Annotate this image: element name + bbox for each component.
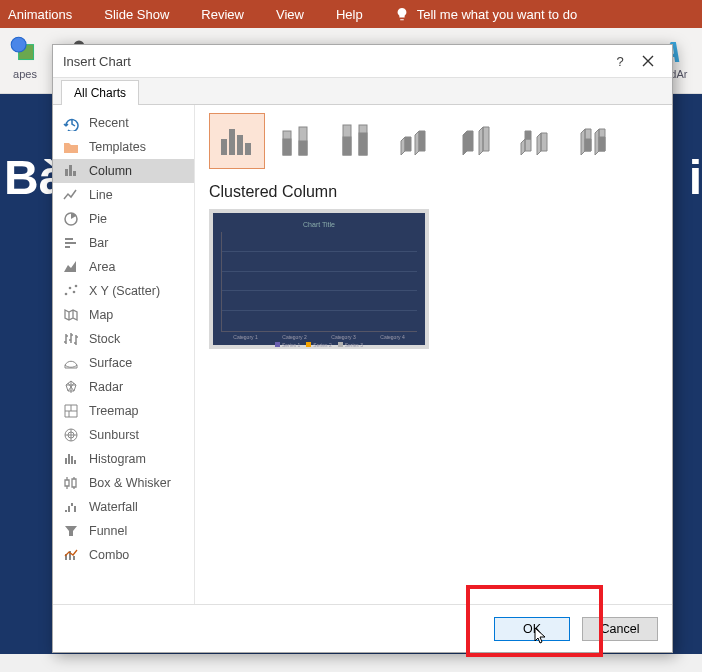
category-label: Surface	[89, 356, 132, 370]
column-subtype-6[interactable]	[569, 113, 625, 169]
svg-rect-14	[245, 143, 251, 155]
category-map[interactable]: Map	[53, 303, 194, 327]
category-recent[interactable]: Recent	[53, 111, 194, 135]
ok-button[interactable]: OK	[494, 617, 570, 641]
svg-rect-18	[299, 141, 307, 155]
svg-rect-20	[343, 137, 351, 155]
tell-me[interactable]: Tell me what you want to do	[395, 7, 577, 22]
category-column[interactable]: Column	[53, 159, 194, 183]
svg-rect-13	[237, 135, 243, 155]
category-combo[interactable]: Combo	[53, 543, 194, 567]
ribbon-tab-help[interactable]: Help	[336, 7, 363, 22]
slide-title-right: i	[689, 150, 702, 205]
category-radar[interactable]: Radar	[53, 375, 194, 399]
surface-icon	[63, 355, 79, 371]
column-subtype-icon	[575, 119, 619, 163]
category-bar[interactable]: Bar	[53, 231, 194, 255]
category-stock[interactable]: Stock	[53, 327, 194, 351]
category-sunburst[interactable]: Sunburst	[53, 423, 194, 447]
category-label: X Y (Scatter)	[89, 284, 160, 298]
category-label: Sunburst	[89, 428, 139, 442]
column-subtype-icon	[455, 119, 499, 163]
column-subtype-icon	[335, 119, 379, 163]
category-line[interactable]: Line	[53, 183, 194, 207]
funnel-icon	[63, 523, 79, 539]
ribbon-tab-slideshow[interactable]: Slide Show	[104, 7, 169, 22]
shapes-icon[interactable]	[8, 34, 42, 68]
chart-preview-categories: Category 1Category 2Category 3Category 4	[221, 334, 417, 340]
ribbon-tabs: Animations Slide Show Review View Help T…	[0, 0, 702, 28]
chart-preview[interactable]: Chart Title Category 1Category 2Category…	[209, 209, 429, 349]
map-icon	[63, 307, 79, 323]
chart-preview-legend: Series 1Series 2Series 3	[221, 342, 417, 348]
chart-content: Clustered Column Chart Title Category 1C…	[195, 105, 672, 604]
svg-rect-16	[283, 139, 291, 155]
treemap-icon	[63, 403, 79, 419]
category-label: Funnel	[89, 524, 127, 538]
category-label: Waterfall	[89, 500, 138, 514]
svg-point-1	[11, 37, 26, 52]
category-boxwhisker[interactable]: Box & Whisker	[53, 471, 194, 495]
column-subtype-1[interactable]	[269, 113, 325, 169]
category-label: Map	[89, 308, 113, 322]
column-subtype-icon	[395, 119, 439, 163]
boxwhisker-icon	[63, 475, 79, 491]
column-icon	[63, 163, 79, 179]
column-subtype-0[interactable]	[209, 113, 265, 169]
ribbon-tab-animations[interactable]: Animations	[8, 7, 72, 22]
category-label: Box & Whisker	[89, 476, 171, 490]
recent-icon	[63, 115, 79, 131]
category-label: Pie	[89, 212, 107, 226]
shapes-label: apes	[13, 68, 37, 80]
lightbulb-icon	[395, 7, 409, 21]
category-scatter[interactable]: X Y (Scatter)	[53, 279, 194, 303]
category-label: Stock	[89, 332, 120, 346]
category-templates[interactable]: Templates	[53, 135, 194, 159]
svg-point-6	[69, 287, 72, 290]
column-subtype-icon	[275, 119, 319, 163]
category-label: Column	[89, 164, 132, 178]
help-button[interactable]: ?	[606, 47, 634, 75]
templates-icon	[63, 139, 79, 155]
column-subtype-4[interactable]	[449, 113, 505, 169]
pie-icon	[63, 211, 79, 227]
scatter-icon	[63, 283, 79, 299]
column-subtype-2[interactable]	[329, 113, 385, 169]
cursor-icon	[534, 627, 548, 645]
chart-preview-title: Chart Title	[221, 221, 417, 228]
category-area[interactable]: Area	[53, 255, 194, 279]
category-surface[interactable]: Surface	[53, 351, 194, 375]
close-button[interactable]	[634, 47, 662, 75]
category-treemap[interactable]: Treemap	[53, 399, 194, 423]
chart-subtype-row	[209, 113, 658, 169]
radar-icon	[63, 379, 79, 395]
dialog-tabs: All Charts	[53, 77, 672, 105]
column-subtype-5[interactable]	[509, 113, 565, 169]
waterfall-icon	[63, 499, 79, 515]
sunburst-icon	[63, 427, 79, 443]
histogram-icon	[63, 451, 79, 467]
column-subtype-3[interactable]	[389, 113, 445, 169]
dialog-button-bar: OK Cancel	[53, 604, 672, 652]
ribbon-tab-view[interactable]: View	[276, 7, 304, 22]
ribbon-tab-review[interactable]: Review	[201, 7, 244, 22]
category-label: Bar	[89, 236, 108, 250]
column-subtype-icon	[215, 119, 259, 163]
insert-chart-dialog: Insert Chart ? All Charts RecentTemplate…	[52, 44, 673, 653]
help-icon: ?	[616, 54, 623, 69]
category-histogram[interactable]: Histogram	[53, 447, 194, 471]
category-label: Recent	[89, 116, 129, 130]
svg-point-8	[75, 285, 78, 288]
category-label: Histogram	[89, 452, 146, 466]
category-label: Templates	[89, 140, 146, 154]
tab-all-charts[interactable]: All Charts	[61, 80, 139, 105]
cancel-button[interactable]: Cancel	[582, 617, 658, 641]
area-icon	[63, 259, 79, 275]
category-waterfall[interactable]: Waterfall	[53, 495, 194, 519]
svg-rect-12	[229, 129, 235, 155]
chart-category-list: RecentTemplatesColumnLinePieBarAreaX Y (…	[53, 105, 195, 604]
category-pie[interactable]: Pie	[53, 207, 194, 231]
line-icon	[63, 187, 79, 203]
column-subtype-icon	[515, 119, 559, 163]
category-funnel[interactable]: Funnel	[53, 519, 194, 543]
